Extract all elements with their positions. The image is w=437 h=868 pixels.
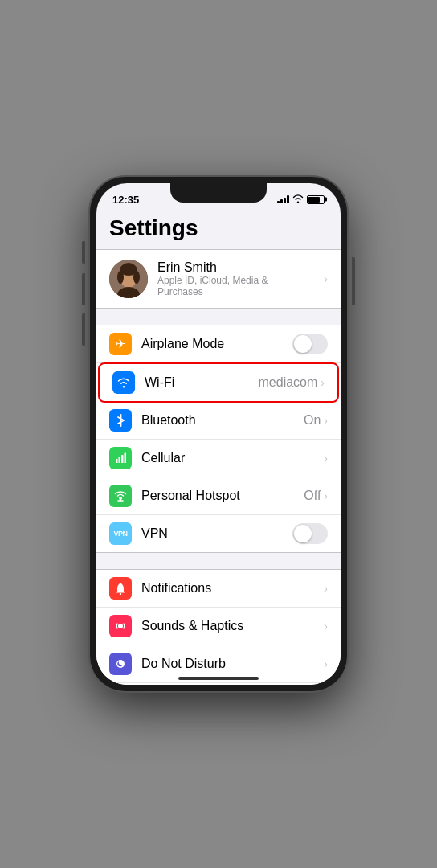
bluetooth-label: Bluetooth	[141, 413, 304, 428]
svg-point-6	[133, 271, 140, 284]
cellular-label: Cellular	[141, 451, 324, 465]
vpn-icon: VPN	[109, 522, 132, 545]
profile-subtitle: Apple ID, iCloud, Media & Purchases	[157, 275, 314, 297]
vpn-toggle[interactable]	[292, 523, 328, 544]
personal-hotspot-icon	[109, 485, 132, 507]
personal-hotspot-value: Off	[304, 489, 321, 503]
sounds-haptics-chevron: ›	[324, 620, 328, 633]
svg-point-5	[117, 271, 124, 284]
personal-hotspot-label: Personal Hotspot	[141, 489, 304, 503]
personal-hotspot-chevron: ›	[324, 489, 328, 502]
bluetooth-value: On	[304, 413, 321, 428]
profile-row[interactable]: Erin Smith Apple ID, iCloud, Media & Pur…	[96, 249, 341, 309]
phone-screen: 12:35	[96, 183, 341, 685]
settings-group-1: ✈ Airplane Mode Wi-Fi	[96, 325, 341, 553]
vpn-label: VPN	[141, 526, 292, 541]
svg-point-15	[120, 593, 121, 595]
status-time: 12:35	[112, 194, 139, 206]
wifi-label: Wi-Fi	[145, 375, 259, 390]
cellular-chevron: ›	[324, 452, 328, 465]
status-icons	[277, 194, 325, 205]
notifications-label: Notifications	[141, 581, 324, 596]
phone-frame: 12:35	[90, 177, 347, 691]
bluetooth-icon	[109, 409, 132, 432]
svg-rect-8	[116, 459, 118, 463]
airplane-mode-toggle[interactable]	[292, 334, 328, 354]
settings-row-airplane-mode[interactable]: ✈ Airplane Mode	[96, 326, 341, 363]
page-title: Settings	[96, 209, 341, 249]
cellular-icon	[109, 447, 132, 469]
sounds-haptics-label: Sounds & Haptics	[141, 619, 324, 633]
profile-chevron: ›	[324, 272, 328, 285]
power-button[interactable]	[352, 257, 355, 305]
mute-button[interactable]	[82, 241, 85, 264]
battery-icon	[307, 195, 325, 204]
svg-point-16	[118, 624, 123, 628]
profile-name: Erin Smith	[157, 260, 314, 275]
settings-row-bluetooth[interactable]: Bluetooth On ›	[96, 402, 341, 440]
profile-info: Erin Smith Apple ID, iCloud, Media & Pur…	[157, 260, 314, 297]
notifications-chevron: ›	[324, 582, 328, 595]
avatar	[109, 260, 148, 298]
svg-rect-10	[121, 455, 124, 463]
airplane-mode-label: Airplane Mode	[141, 337, 292, 351]
settings-scroll[interactable]: Settings	[96, 209, 341, 685]
sounds-haptics-icon	[109, 615, 132, 637]
settings-row-notifications[interactable]: Notifications ›	[96, 570, 341, 608]
volume-up-button[interactable]	[82, 273, 85, 305]
settings-row-wifi[interactable]: Wi-Fi mediacom ›	[98, 362, 339, 403]
wifi-value: mediacom	[259, 375, 318, 390]
settings-group-2: Notifications › Sounds & Haptics ›	[96, 569, 341, 685]
signal-icon	[277, 195, 289, 203]
settings-row-cellular[interactable]: Cellular ›	[96, 440, 341, 477]
volume-down-button[interactable]	[82, 313, 85, 346]
settings-row-personal-hotspot[interactable]: Personal Hotspot Off ›	[96, 477, 341, 515]
settings-row-sounds-haptics[interactable]: Sounds & Haptics ›	[96, 608, 341, 645]
wifi-chevron: ›	[321, 376, 325, 389]
do-not-disturb-label: Do Not Disturb	[141, 657, 324, 671]
notch	[170, 183, 267, 203]
wifi-icon	[112, 371, 135, 394]
svg-rect-11	[125, 453, 127, 464]
svg-rect-9	[119, 457, 121, 464]
wifi-status-icon	[292, 194, 304, 205]
bluetooth-chevron: ›	[324, 414, 328, 427]
do-not-disturb-icon	[109, 653, 132, 675]
settings-row-screen-time[interactable]: Screen Time ›	[96, 683, 341, 685]
do-not-disturb-chevron: ›	[324, 657, 328, 670]
home-bar[interactable]	[178, 677, 259, 680]
settings-row-vpn[interactable]: VPN VPN	[96, 515, 341, 552]
notifications-icon	[109, 577, 132, 600]
airplane-mode-icon: ✈	[109, 333, 132, 355]
